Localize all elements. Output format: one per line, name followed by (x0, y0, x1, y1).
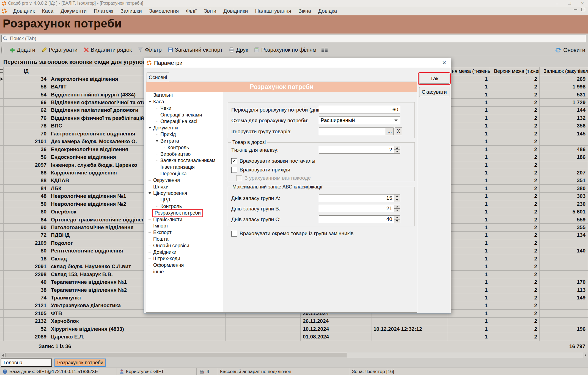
tab-calc[interactable]: Розрахунок потреби (54, 359, 106, 367)
minimize-button[interactable]: – (556, 1, 558, 6)
tree-item[interactable]: Контроль (146, 203, 223, 210)
ignore-group-input[interactable] (319, 127, 386, 135)
days-b-spinner[interactable] (394, 205, 400, 212)
search-box[interactable] (1, 35, 586, 42)
menu-item[interactable]: Вікна (295, 7, 315, 15)
days-b-input[interactable]: 21 (319, 205, 394, 212)
close-button[interactable]: ✕ (581, 1, 584, 6)
scrollbar-thumb[interactable] (5, 353, 347, 357)
tree-item[interactable]: Онлайн сервіси (146, 242, 223, 249)
grid-menu-icon[interactable] (0, 69, 3, 73)
tree-item[interactable]: Імпорт (146, 223, 223, 229)
menu-item[interactable]: Налаштування (251, 7, 295, 15)
menu-item[interactable]: Філії (182, 7, 200, 15)
clear-button[interactable]: X (395, 127, 402, 135)
substitutes-checkbox[interactable]: Враховувати окремо товари із групи замін… (231, 230, 353, 237)
plus-icon (9, 47, 15, 53)
tree-leaf-icon (149, 218, 153, 221)
tree-item[interactable]: інше (146, 269, 223, 275)
bottom-tabs: Головна Розрахунок потреби (0, 358, 588, 368)
title-bar: Скарб pro v. 4.0.0.2 [ІД: ] - [ВАЛІТ. Із… (0, 0, 588, 7)
tree-item[interactable]: ЦРД (146, 197, 223, 203)
menu-item[interactable]: Платежі (90, 7, 117, 15)
period-input[interactable]: 60 (319, 106, 400, 113)
scheme-select[interactable]: Расширенный (319, 116, 400, 124)
column-header-stock[interactable]: Залишок (закупівельн (540, 67, 588, 75)
mdi-minimize-icon[interactable] (574, 9, 577, 10)
menu-item[interactable]: Звіти (200, 7, 220, 15)
tree-leaf-icon (156, 152, 160, 156)
days-a-input[interactable]: 15 (319, 194, 394, 202)
tree-item[interactable]: Пошта (146, 236, 223, 243)
tree-item[interactable]: Довідники (146, 249, 223, 255)
delete-row-button[interactable]: Видалити рядок (81, 46, 134, 54)
print-button[interactable]: Друк (227, 46, 250, 54)
days-c-input[interactable]: 40 (319, 215, 394, 223)
tree-item[interactable]: Штрих-коди (146, 255, 223, 262)
tree-item[interactable]: Чеки (146, 105, 223, 112)
tree-item[interactable]: Виробництво (146, 151, 223, 157)
maximize-button[interactable]: ❑ (568, 1, 571, 6)
table-row[interactable]: 2132Харчоблок26.11.202412 (0, 318, 588, 325)
tree-item[interactable]: Контроль (146, 144, 223, 151)
tree-leaf-icon (149, 264, 153, 267)
tree-item[interactable]: Експорт (146, 229, 223, 236)
tree-item[interactable]: Переоцінка (146, 171, 223, 177)
tree-item[interactable]: Витрата (146, 138, 223, 145)
cancel-button[interactable]: Скасувати (419, 87, 449, 97)
refresh-button[interactable]: Оновити (555, 44, 585, 56)
weeks-spinner[interactable] (394, 146, 400, 154)
tree-item[interactable]: Операції з чеками (146, 112, 223, 118)
tree-item[interactable]: Каса (146, 99, 223, 105)
tree-item[interactable]: Розрахунок потреби (146, 210, 223, 216)
column-header-lower[interactable]: ня межа (тижень) (448, 67, 490, 75)
calc-branches-button[interactable]: Розрахунок по філіям (252, 46, 318, 54)
column-header-id[interactable]: ІД (4, 67, 49, 75)
menu-item[interactable]: Замовлення (145, 7, 182, 15)
filter-button[interactable]: Фільтр (136, 46, 164, 54)
menu-item[interactable]: Документи (57, 7, 90, 15)
menu-item[interactable]: Довідники (220, 7, 251, 15)
tree-item[interactable]: Прайс-листи (146, 216, 223, 223)
receipts-checkbox[interactable]: Враховувати прихіди (231, 167, 290, 173)
scroll-left-arrow[interactable] (0, 352, 5, 358)
funnel-icon (138, 47, 143, 52)
add-button[interactable]: Додати (7, 46, 37, 54)
tree-item[interactable]: Загальні (146, 92, 223, 99)
edit-button[interactable]: Редагувати (39, 46, 80, 54)
tab-home[interactable]: Головна (1, 359, 52, 367)
tree-item[interactable]: Прихід (146, 131, 223, 138)
tree-item[interactable]: Документи (146, 125, 223, 131)
tree-item[interactable]: Інвентаризація (146, 164, 223, 171)
ok-button[interactable]: Так (419, 74, 449, 84)
row-indicator-cell (0, 224, 4, 231)
table-row[interactable]: 52Хірургічне відділення (4833)10.12.2024… (0, 325, 588, 333)
weeks-input[interactable]: 2 (319, 146, 394, 154)
days-a-spinner[interactable] (394, 194, 400, 202)
search-input[interactable] (9, 35, 533, 42)
column-header-upper[interactable]: Верхня межа (тижень) (490, 67, 540, 75)
menu-item[interactable]: Довідка (315, 7, 340, 15)
tree-item[interactable]: Заявка постачальникам (146, 157, 223, 164)
table-row[interactable]: 2089Царенко Е.Л.01.08.202412 (0, 333, 588, 341)
scroll-right-arrow[interactable] (583, 352, 588, 358)
tree-item[interactable]: Ціноутворення (146, 190, 223, 197)
tree-item[interactable]: Операції на касі (146, 118, 223, 125)
menu-item[interactable]: Каса (38, 7, 57, 15)
export-button[interactable]: Загальний експорт (166, 46, 225, 54)
status-count: 4 (207, 369, 209, 374)
days-c-spinner[interactable] (394, 215, 400, 223)
menu-item[interactable]: Залишки (117, 7, 145, 15)
tree-item[interactable]: Оформлення (146, 262, 223, 269)
mdi-restore-icon[interactable] (581, 8, 585, 11)
horizontal-scrollbar[interactable] (0, 352, 588, 358)
tab-main[interactable]: Основні (147, 73, 169, 82)
menu-item[interactable]: Довідник (10, 7, 38, 15)
orders-checkbox[interactable]: Враховувати заявки постачалы (231, 158, 315, 164)
dialog-close-icon[interactable]: × (440, 59, 449, 66)
tree-item[interactable]: Шляхи (146, 184, 223, 190)
toolbar-grip[interactable] (1, 46, 3, 54)
columns-icon[interactable] (321, 47, 328, 52)
tree-item[interactable]: Округлення (146, 177, 223, 184)
ellipsis-button[interactable]: … (386, 127, 394, 135)
